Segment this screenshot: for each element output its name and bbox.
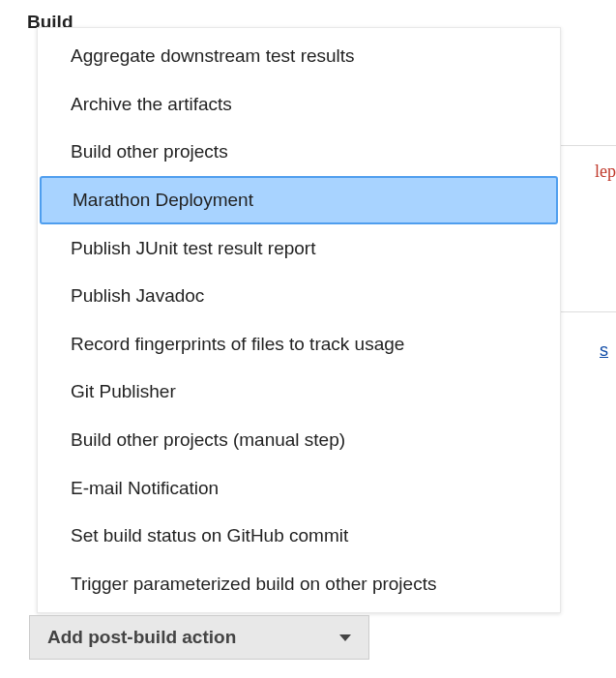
- menu-item[interactable]: Publish JUnit test result report: [38, 224, 560, 273]
- menu-item[interactable]: Publish Javadoc: [38, 272, 560, 320]
- menu-item[interactable]: Git Publisher: [38, 368, 560, 416]
- button-label: Add post-build action: [47, 627, 236, 648]
- menu-item[interactable]: Marathon Deployment: [40, 176, 558, 224]
- menu-item[interactable]: Build other projects: [38, 128, 560, 176]
- chevron-down-icon: [339, 634, 351, 641]
- menu-item[interactable]: E-mail Notification: [38, 464, 560, 513]
- partial-link[interactable]: s: [600, 340, 608, 361]
- menu-item[interactable]: Set build status on GitHub commit: [38, 512, 560, 560]
- menu-item[interactable]: Aggregate downstream test results: [38, 32, 560, 80]
- add-post-build-action-button[interactable]: Add post-build action: [29, 615, 369, 660]
- menu-item[interactable]: Archive the artifacts: [38, 80, 560, 129]
- menu-item[interactable]: Build other projects (manual step): [38, 416, 560, 464]
- menu-item[interactable]: Trigger parameterized build on other pro…: [38, 560, 560, 608]
- menu-item[interactable]: Record fingerprints of files to track us…: [38, 320, 560, 368]
- post-build-action-menu: Aggregate downstream test resultsArchive…: [37, 27, 561, 613]
- error-text-fragment: lep: [595, 162, 616, 182]
